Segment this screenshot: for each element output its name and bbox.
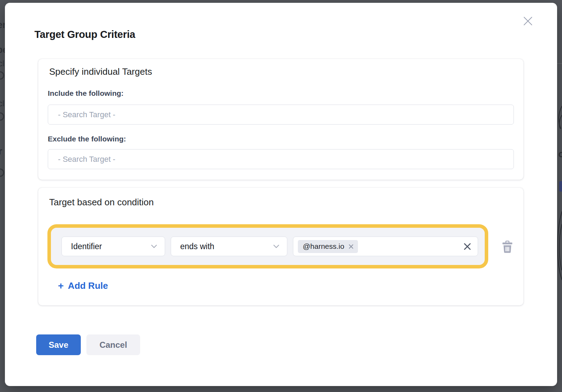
value-tag-label: @harness.io [303, 242, 344, 251]
radio-button-fragment [0, 71, 4, 80]
background-doodle [557, 105, 562, 129]
chevron-down-icon [151, 245, 157, 248]
close-icon [523, 16, 533, 26]
clear-values-button[interactable] [463, 242, 471, 251]
exclude-label: Exclude the following: [48, 135, 126, 143]
operator-select-value: ends with [180, 242, 214, 251]
condition-rule-row: Identifier ends with @harness.io [47, 224, 488, 268]
background-text-fragment: r [0, 146, 2, 157]
individual-targets-heading: Specify individual Targets [49, 66, 152, 77]
background-doodle [557, 210, 562, 282]
background-divider-fragment [557, 63, 562, 64]
trash-icon [502, 240, 513, 253]
tag-remove-icon [348, 244, 354, 249]
page: { "colors": { "overlay": "#54575c", "acc… [0, 0, 562, 392]
background-text-fragment: cl [0, 99, 4, 108]
background-accent-fragment [559, 181, 562, 192]
attribute-select-value: Identifier [71, 242, 102, 251]
add-rule-label: Add Rule [68, 280, 108, 291]
background-text-fragment: o [558, 149, 562, 160]
chevron-down-icon [273, 245, 279, 248]
plus-icon: + [58, 281, 64, 291]
condition-heading: Target based on condition [49, 197, 154, 208]
add-rule-button[interactable]: + Add Rule [58, 280, 108, 291]
exclude-target-search-input[interactable] [48, 149, 514, 169]
cancel-button[interactable]: Cancel [86, 334, 140, 355]
operator-select[interactable]: ends with [171, 237, 287, 256]
page-title: Target Group Criteria [34, 29, 135, 40]
include-target-search-input[interactable] [48, 105, 514, 125]
remove-tag-button[interactable] [348, 244, 354, 249]
value-tag: @harness.io [298, 240, 358, 253]
condition-section: Target based on condition Identifier end… [38, 188, 523, 305]
close-button[interactable] [522, 15, 534, 27]
target-group-criteria-modal: Target Group Criteria Specify individual… [5, 3, 557, 386]
delete-rule-button[interactable] [501, 240, 513, 254]
individual-targets-section: Specify individual Targets Include the f… [38, 59, 523, 180]
rule-values-input[interactable]: @harness.io [293, 237, 478, 256]
background-text-fragment: cl [0, 59, 4, 68]
radio-button-fragment [0, 168, 4, 177]
attribute-select[interactable]: Identifier [61, 237, 165, 256]
save-button[interactable]: Save [36, 334, 81, 355]
clear-icon [463, 242, 471, 251]
radio-button-fragment [0, 112, 4, 121]
include-label: Include the following: [48, 89, 124, 98]
